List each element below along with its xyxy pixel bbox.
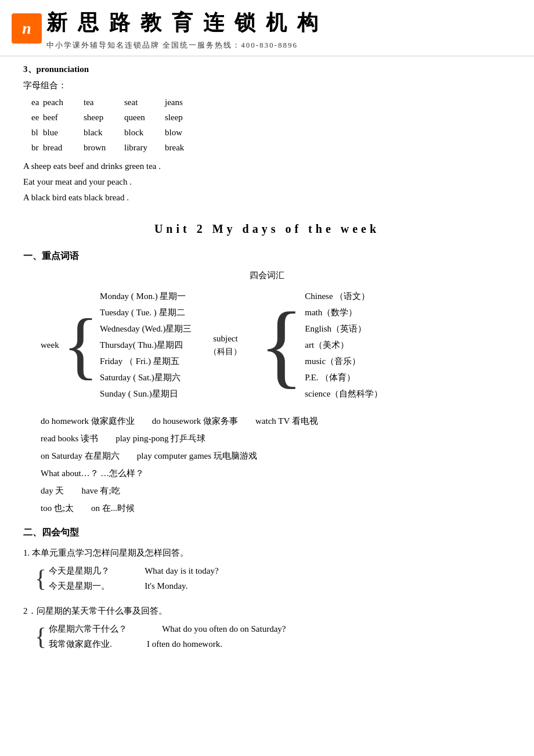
phrase-too: too 也;太 — [41, 499, 74, 517]
word-beef: beef — [41, 110, 81, 125]
subject-label: subject （科目） — [209, 288, 241, 402]
word-sheep: sheep — [81, 110, 122, 125]
small-brace-1: { — [35, 566, 46, 591]
content-area: 3、pronunciation 字母组合： ea peach tea seat … — [0, 56, 534, 673]
word-jeans: jeans — [163, 95, 203, 110]
section3-title: 3、pronunciation — [23, 62, 511, 76]
brace-lines-2: 你星期六常干什么？ What do you often do on Saturd… — [49, 621, 286, 651]
subject-math: math（数学） — [305, 304, 383, 321]
day-sunday: Sunday ( Sun.)星期日 — [100, 386, 192, 402]
phrase-ping-pong: play ping-pong 打乒乓球 — [116, 430, 205, 447]
brace-line-2-2: 我常做家庭作业. I often do homework. — [49, 636, 286, 651]
phrases-row-6: too 也;太 on 在...时候 — [41, 499, 511, 517]
brace-pair-2: { 你星期六常干什么？ What do you often do on Satu… — [35, 621, 511, 651]
brace-lines-1: 今天是星期几？ What day is it today? 今天是星期一。 It… — [49, 563, 218, 593]
sentence-1: A sheep eats beef and drinks green tea . — [23, 159, 511, 174]
phrase-what-about: What about…？ …怎么样？ — [41, 465, 144, 482]
subject-science: science（自然科学） — [305, 386, 383, 402]
sentence-desc-2: 2．问星期的某天常干什么事及回答。 — [23, 604, 511, 618]
word-tea: tea — [81, 95, 122, 110]
logo-text-block: 新 思 路 教 育 连 锁 机 构 中小学课外辅导知名连锁品牌 全国统一服务热线… — [46, 6, 320, 51]
subject-english: English（英语） — [305, 321, 383, 337]
unit-title: Unit 2 My days of the week — [23, 219, 511, 238]
phrase-day: day 天 — [41, 482, 64, 499]
word-break: break — [163, 140, 203, 155]
subject-art: art（美术） — [305, 337, 383, 353]
phrase-watch-tv: watch TV 看电视 — [255, 412, 318, 430]
cn-1-2: 今天是星期一。 — [49, 579, 110, 593]
brace-pair-1: { 今天是星期几？ What day is it today? 今天是星期一。 … — [35, 563, 511, 593]
logo-sub-text: 中小学课外辅导知名连锁品牌 全国统一服务热线：400-830-8896 — [46, 39, 320, 52]
logo-icon: n — [12, 13, 42, 44]
word-bread: bread — [41, 140, 81, 155]
day-monday: Monday ( Mon.) 星期一 — [100, 288, 192, 304]
cn-1-1: 今天是星期几？ — [49, 564, 110, 578]
section2-title: 二、四会句型 — [23, 525, 511, 540]
prefix-ea: ea — [29, 95, 41, 110]
word-blow: blow — [163, 125, 203, 140]
cn-2-2: 我常做家庭作业. — [49, 637, 112, 651]
word-queen: queen — [122, 110, 163, 125]
phrase-do-homework: do homework 做家庭作业 — [41, 412, 135, 430]
en-2-1: What do you often do on Saturday? — [162, 622, 286, 636]
word-brown: brown — [81, 140, 122, 155]
prefix-ee: ee — [29, 110, 41, 125]
phrase-on-saturday: on Saturday 在星期六 — [41, 447, 120, 465]
prefix-br: br — [29, 140, 41, 155]
logo-main-text: 新 思 路 教 育 连 锁 机 构 — [46, 6, 320, 39]
sentence-2: Eat your meat and your peach . — [23, 174, 511, 190]
sentence-item-1: 1. 本单元重点学习怎样问星期及怎样回答。 { 今天是星期几？ What day… — [23, 546, 511, 593]
day-thursday: Thursday( Thu.)星期四 — [100, 337, 192, 353]
cn-2-1: 你星期六常干什么？ — [49, 622, 127, 636]
day-wednesday: Wednesday (Wed.)星期三 — [100, 321, 192, 337]
word-block: block — [122, 125, 163, 140]
sentence-item-2: 2．问星期的某天常干什么事及回答。 { 你星期六常干什么？ What do yo… — [23, 604, 511, 651]
vocab-label: 四会词汇 — [23, 268, 511, 282]
phrase-read-books: read books 读书 — [41, 430, 98, 447]
en-2-2: I often do homework. — [147, 637, 222, 651]
brace-line-1-2: 今天是星期一。 It's Monday. — [49, 578, 218, 593]
word-seat: seat — [122, 95, 163, 110]
phrase-have: have 有;吃 — [81, 482, 120, 499]
days-list: Monday ( Mon.) 星期一 Tuesday ( Tue. ) 星期二 … — [100, 288, 192, 402]
phrase-on: on 在...时候 — [91, 499, 135, 517]
day-saturday: Saturday ( Sat.)星期六 — [100, 369, 192, 386]
word-blue: blue — [41, 125, 81, 140]
phrases-row-5: day 天 have 有;吃 — [41, 482, 511, 499]
brace-line-2-1: 你星期六常干什么？ What do you often do on Saturd… — [49, 621, 286, 636]
en-1-1: What day is it today? — [145, 564, 218, 578]
sentence-desc-1: 1. 本单元重点学习怎样问星期及怎样回答。 — [23, 546, 511, 560]
left-brace-large: { — [63, 288, 99, 402]
word-sleep: sleep — [163, 110, 203, 125]
right-brace-large: { — [259, 288, 304, 402]
week-label: week — [41, 288, 59, 402]
word-library: library — [122, 140, 163, 155]
phrase-computer-games: play computer games 玩电脑游戏 — [137, 447, 257, 465]
subject-chinese: Chinese （语文） — [305, 288, 383, 304]
pronunciation-sentences: A sheep eats beef and drinks green tea .… — [23, 159, 511, 206]
phrases-row-3: on Saturday 在星期六 play computer games 玩电脑… — [41, 447, 511, 465]
phrases-row-4: What about…？ …怎么样？ — [41, 465, 511, 482]
small-brace-2: { — [35, 624, 46, 649]
brace-line-1-1: 今天是星期几？ What day is it today? — [49, 563, 218, 578]
phrase-do-housework: do housework 做家务事 — [152, 412, 238, 430]
subject-pe: P.E. （体育） — [305, 369, 383, 386]
sentence-3: A black bird eats black bread . — [23, 190, 511, 206]
subject-music: music（音乐） — [305, 353, 383, 369]
word-black: black — [81, 125, 122, 140]
section3-subtitle: 字母组合： — [23, 78, 511, 92]
day-friday: Friday （ Fri.) 星期五 — [100, 353, 192, 369]
phrases-section: do homework 做家庭作业 do housework 做家务事 watc… — [41, 412, 511, 517]
phrases-row-2: read books 读书 play ping-pong 打乒乓球 — [41, 430, 511, 447]
section1-title: 一、重点词语 — [23, 249, 511, 264]
prefix-bl: bl — [29, 125, 41, 140]
subjects-list: Chinese （语文） math（数学） English（英语） art（美术… — [305, 288, 383, 402]
header: n 新 思 路 教 育 连 锁 机 构 中小学课外辅导知名连锁品牌 全国统一服务… — [0, 0, 534, 56]
day-tuesday: Tuesday ( Tue. ) 星期二 — [100, 304, 192, 321]
vocab-bracket-diagram: week { Monday ( Mon.) 星期一 Tuesday ( Tue.… — [41, 288, 511, 402]
en-1-2: It's Monday. — [145, 579, 187, 593]
pronunciation-grid: ea peach tea seat jeans ee beef sheep qu… — [29, 95, 511, 155]
sentence-section: 1. 本单元重点学习怎样问星期及怎样回答。 { 今天是星期几？ What day… — [23, 546, 511, 651]
phrases-row-1: do homework 做家庭作业 do housework 做家务事 watc… — [41, 412, 511, 430]
word-peach: peach — [41, 95, 81, 110]
